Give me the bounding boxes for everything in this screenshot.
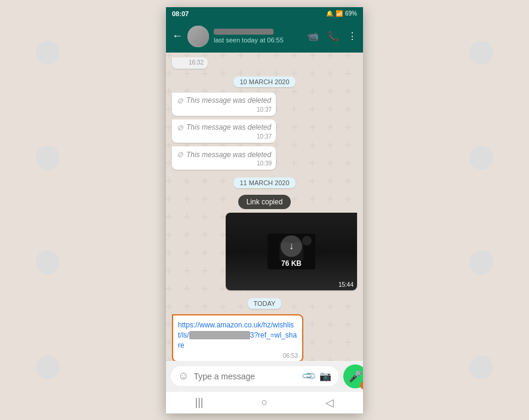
message-row: ↓ 76 KB 15:44 [172,213,357,290]
link-bubble: https://www.amazon.co.uk/hz/wishlist/ls/… [172,314,303,360]
message-row: ⊘ This message was deleted 10:37 [172,119,357,143]
side-avatar [469,41,493,65]
side-avatar [36,355,60,379]
deleted-text: This message was deleted [186,96,271,106]
side-avatar [36,250,60,274]
camera-icon[interactable]: 📷 [319,370,331,382]
message-row: ⊘ This message was deleted 10:39 [172,146,357,170]
contact-avatar[interactable] [187,26,209,47]
deleted-text: This message was deleted [186,150,271,160]
phone-container: 08:07 🔔 📶 69% ← last seen today at 06:55… [166,7,363,413]
voice-call-icon[interactable]: 📞 [327,30,339,42]
message-row: 16:32 [172,57,357,69]
mic-button[interactable]: 🎤 [343,364,363,388]
contact-info: last seen today at 06:55 [214,29,302,44]
video-overlay: ↓ 76 KB [226,213,357,290]
deleted-bubble: ⊘ This message was deleted 10:37 [172,119,276,143]
battery-icon: 69% [345,10,357,17]
header-icons: 📹 📞 ⋮ [307,30,357,42]
deleted-icon: ⊘ [177,149,183,160]
bubble-time: 10:37 [257,133,272,141]
mic-badge [360,381,363,390]
link-copied-toast: Link copied [238,195,291,209]
side-avatar [36,146,60,170]
date-label: 11 MARCH 2020 [233,177,295,188]
bubble-received: 16:32 [172,57,208,69]
video-bubble: ↓ 76 KB 15:44 [226,213,357,290]
side-avatar [469,355,493,379]
date-separator: TODAY [172,298,357,308]
status-time: 08:07 [172,10,189,17]
home-icon[interactable]: ○ [262,396,268,409]
side-avatar [36,41,60,65]
bubble-time: 10:37 [257,106,272,114]
deleted-message: ⊘ This message was deleted [177,122,271,133]
status-bar: 08:07 🔔 📶 69% [166,7,363,20]
input-field-wrap: ☺ 📎 📷 [171,366,339,386]
bubble-time: 10:39 [257,160,272,168]
side-avatar [469,250,493,274]
bubble-time: 06:53 [283,352,298,359]
video-thumbnail[interactable]: ↓ 76 KB 15:44 [226,213,357,290]
emoji-button[interactable]: ☺ [178,370,189,382]
side-avatar [469,146,493,170]
contact-status: last seen today at 06:55 [214,36,302,44]
blurred-text: ████████████ [189,331,250,339]
message-row: https://www.amazon.co.uk/hz/wishlist/ls/… [172,314,357,360]
chat-area: 16:32 10 MARCH 2020 ⊘ This message was d… [166,53,363,361]
network-icon: 📶 [336,10,343,17]
deleted-icon: ⊘ [177,122,183,133]
date-separator: 11 MARCH 2020 [172,177,357,188]
file-size: 76 KB [281,259,302,268]
download-button[interactable]: ↓ [281,235,302,257]
recent-apps-icon[interactable]: ||| [195,396,204,409]
deleted-bubble: ⊘ This message was deleted 10:39 [172,146,276,170]
message-row: ⊘ This message was deleted 10:37 [172,93,357,116]
date-label: 10 MARCH 2020 [233,76,295,87]
deleted-text: This message was deleted [186,122,271,133]
deleted-bubble: ⊘ This message was deleted 10:37 [172,93,276,116]
signal-icon: 🔔 [326,10,333,17]
video-call-icon[interactable]: 📹 [307,30,319,42]
chat-header: ← last seen today at 06:55 📹 📞 ⋮ [166,20,363,53]
attach-icon[interactable]: 📎 [301,368,318,385]
nav-bar: ||| ○ ◁ [166,392,363,413]
deleted-icon: ⊘ [177,96,183,106]
status-icons: 🔔 📶 69% [326,10,357,17]
contact-name [214,29,273,35]
date-label: TODAY [248,298,282,309]
video-time: 15:44 [339,281,353,288]
back-button[interactable]: ← [172,30,183,42]
deleted-message: ⊘ This message was deleted [177,96,271,106]
back-nav-icon[interactable]: ◁ [325,396,334,409]
menu-icon[interactable]: ⋮ [347,30,357,42]
bubble-time: 16:32 [189,59,204,67]
deleted-message: ⊘ This message was deleted [177,149,271,160]
date-separator: 10 MARCH 2020 [172,76,357,87]
message-input[interactable] [193,372,298,381]
input-bar: ☺ 📎 📷 🎤 [166,361,363,392]
link-text[interactable]: https://www.amazon.co.uk/hz/wishlist/ls/… [178,320,297,350]
